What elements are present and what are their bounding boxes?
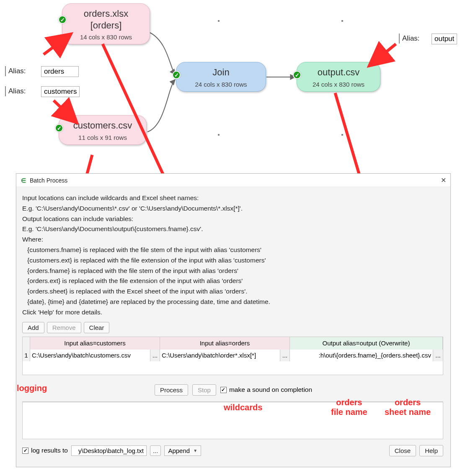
append-select[interactable]: Append ▼ — [164, 445, 201, 456]
alias-label: Alias: — [402, 34, 420, 43]
node-customers[interactable]: customers.csv 11 cols x 91 rows ✓ — [59, 115, 147, 145]
alias-field-customers[interactable]: customers — [41, 86, 80, 97]
chevron-down-icon: ▼ — [193, 448, 197, 453]
alias-field-orders[interactable]: orders — [41, 66, 79, 77]
checkbox-icon — [220, 387, 227, 393]
check-icon: ✓ — [293, 71, 301, 79]
remove-button[interactable]: Remove — [47, 322, 81, 333]
dialog-titlebar[interactable]: ∈ Batch Process ✕ — [16, 174, 450, 187]
grid-header[interactable]: Input alias=customers — [30, 337, 160, 350]
help-text: Input locations can include wildcards an… — [22, 193, 444, 318]
help-button[interactable]: Help — [419, 445, 443, 456]
clear-button[interactable]: Clear — [84, 322, 110, 333]
alias-label: Alias: — [8, 67, 26, 75]
check-icon: ✓ — [55, 124, 63, 132]
dialog-title: Batch Process — [30, 177, 67, 184]
node-orders[interactable]: orders.xlsx[orders] 14 cols x 830 rows ✓ — [62, 3, 150, 44]
batch-process-dialog: ∈ Batch Process ✕ Input locations can in… — [16, 173, 451, 467]
check-icon: ✓ — [172, 71, 181, 79]
checkbox-icon — [22, 448, 28, 454]
close-icon[interactable]: ✕ — [441, 176, 446, 184]
row-number: 1 — [23, 350, 30, 361]
alias-label: Alias: — [8, 87, 26, 95]
cell-orders-path[interactable]: C:\Users\andy\batch\order*.xlsx[*] — [160, 350, 280, 361]
grid-header[interactable]: Input alias=orders — [160, 337, 290, 350]
node-subtitle: 24 cols x 830 rows — [305, 81, 372, 88]
stop-button[interactable]: Stop — [192, 384, 216, 396]
browse-button[interactable]: ... — [433, 350, 443, 361]
batch-grid[interactable]: Input alias=customers Input alias=orders… — [22, 337, 443, 375]
node-title: customers.csv — [67, 120, 139, 131]
close-button[interactable]: Close — [389, 445, 416, 456]
table-row[interactable]: 1 C:\Users\andy\batch\customers.csv ... … — [23, 350, 443, 361]
log-label: log results to — [31, 447, 68, 454]
sound-label: make a sound on completion — [229, 386, 312, 394]
check-icon: ✓ — [58, 15, 67, 24]
app-icon: ∈ — [20, 177, 27, 184]
log-area[interactable] — [22, 401, 443, 439]
add-button[interactable]: Add — [22, 322, 44, 333]
node-subtitle: 11 cols x 91 rows — [67, 134, 139, 141]
node-subtitle: 14 cols x 830 rows — [70, 33, 142, 41]
grid-corner — [23, 337, 30, 350]
grid-header[interactable]: Output alias=output (Overwrite) — [290, 337, 443, 350]
node-output[interactable]: output.csv 24 cols x 830 rows ✓ — [297, 62, 380, 92]
alias-field-output[interactable]: output — [432, 33, 457, 44]
browse-button[interactable]: ... — [150, 350, 160, 361]
browse-button[interactable]: ... — [150, 445, 161, 456]
cell-output-path[interactable]: :h\out\{orders.fname}_{orders.sheet}.csv — [290, 350, 433, 361]
browse-button[interactable]: ... — [280, 350, 290, 361]
node-join[interactable]: Join 24 cols x 830 rows ✓ — [176, 62, 266, 92]
sound-checkbox[interactable]: make a sound on completion — [220, 386, 312, 394]
cell-customers-path[interactable]: C:\Users\andy\batch\customers.csv — [30, 350, 150, 361]
node-title: Join — [184, 67, 258, 78]
node-title: orders.xlsx[orders] — [70, 8, 142, 31]
log-path-field[interactable]: y\Desktop\batch_log.txt — [71, 445, 147, 456]
node-subtitle: 24 cols x 830 rows — [184, 81, 258, 88]
process-button[interactable]: Process — [155, 384, 188, 396]
node-title: output.csv — [305, 67, 372, 78]
log-checkbox[interactable]: log results to — [22, 447, 68, 454]
